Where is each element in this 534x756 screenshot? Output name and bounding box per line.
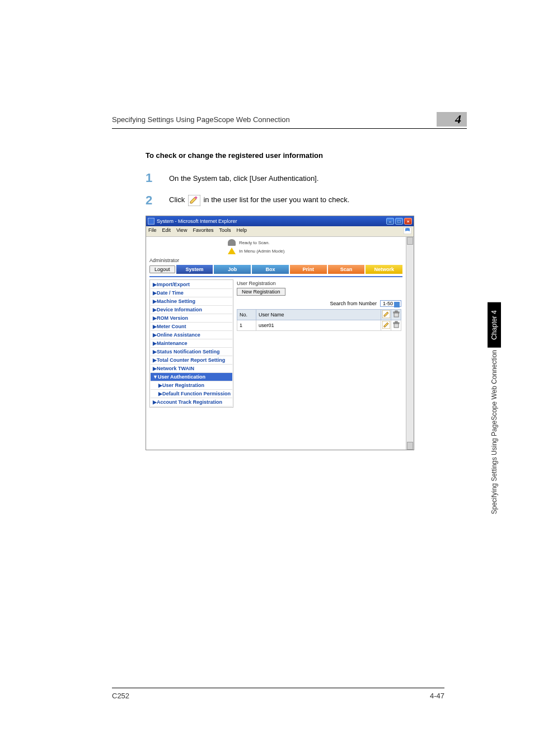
menu-tools[interactable]: Tools	[219, 227, 231, 235]
cell-no: 1	[237, 320, 256, 331]
sidebar-item-user-registration[interactable]: ▶User Registration	[151, 381, 232, 390]
sidebar-item-default-function-permission[interactable]: ▶Default Function Permission	[151, 390, 232, 398]
new-registration-button[interactable]: New Registration	[237, 288, 285, 296]
sidebar-item-status-notification[interactable]: ▶Status Notification Setting	[151, 348, 232, 356]
minimize-button[interactable]: –	[386, 218, 394, 225]
ie-flag-icon	[404, 227, 411, 235]
step-number-2: 2	[146, 193, 169, 208]
step-1-text: On the System tab, click [User Authentic…	[169, 174, 318, 183]
admin-label: Administrator	[149, 258, 402, 263]
step-number-1: 1	[146, 171, 169, 185]
footer-page-num: 4-47	[430, 692, 444, 700]
sidebar-item-rom-version[interactable]: ▶ROM Version	[151, 314, 232, 323]
sidebar-item-maintenance[interactable]: ▶Maintenance	[151, 339, 232, 348]
warning-icon	[228, 248, 236, 254]
edit-pencil-icon[interactable]	[382, 310, 390, 318]
tab-network[interactable]: Network	[366, 265, 402, 274]
footer-rule	[112, 688, 444, 688]
section-heading: To check or change the registered user i…	[146, 151, 467, 160]
menu-file[interactable]: File	[148, 227, 157, 235]
edit-pencil-icon[interactable]	[382, 321, 390, 329]
sidebar-item-online-assistance[interactable]: ▶Online Assistance	[151, 331, 232, 339]
browser-titlebar: System - Microsoft Internet Explorer – □…	[146, 216, 414, 226]
sidebar-item-import-export[interactable]: ▶Import/Export	[151, 281, 232, 289]
menu-view[interactable]: View	[176, 227, 187, 235]
user-registration-title: User Registration	[237, 281, 401, 286]
menu-edit[interactable]: Edit	[162, 227, 171, 235]
chapter-number: 4	[455, 112, 461, 127]
footer-model: C252	[112, 692, 129, 700]
side-tab-chapter: Chapter 4	[488, 302, 501, 348]
maximize-button[interactable]: □	[395, 218, 403, 225]
search-range-select[interactable]: 1-50	[380, 300, 401, 307]
running-header: Specifying Settings Using PageScope Web …	[112, 115, 437, 124]
cell-user-name: user01	[256, 320, 381, 331]
tab-job[interactable]: Job	[214, 265, 251, 274]
menu-help[interactable]: Help	[236, 227, 247, 235]
scrollbar[interactable]	[406, 237, 414, 450]
status-mode: In Menu (Admin Mode)	[239, 249, 284, 254]
svg-rect-6	[395, 311, 397, 312]
sidebar-item-total-counter-report[interactable]: ▶Total Counter Report Setting	[151, 356, 232, 365]
tab-system[interactable]: System	[176, 265, 213, 274]
status-ready: Ready to Scan.	[239, 240, 270, 245]
ie-app-icon	[148, 218, 154, 225]
user-table: No. User Name	[237, 309, 401, 331]
side-tab-title: Specifying Settings Using PageScope Web …	[488, 348, 501, 522]
trash-icon[interactable]	[392, 321, 400, 329]
svg-rect-10	[395, 321, 397, 323]
tab-scan[interactable]: Scan	[328, 265, 365, 274]
chapter-chip: 4	[437, 112, 467, 127]
sidebar-item-machine-setting[interactable]: ▶Machine Setting	[151, 297, 232, 306]
browser-menubar: File Edit View Favorites Tools Help	[146, 226, 414, 237]
sidebar-item-account-track-registration[interactable]: ▶Account Track Registration	[151, 398, 232, 407]
sidebar-item-meter-count[interactable]: ▶Meter Count	[151, 323, 232, 331]
search-from-number-label: Search from Number	[330, 301, 377, 306]
close-button[interactable]: ×	[404, 218, 412, 225]
printer-status-icon	[228, 239, 236, 246]
step-2-text: Click in the user list for the user you …	[169, 195, 349, 206]
tab-box[interactable]: Box	[252, 265, 289, 274]
tab-print[interactable]: Print	[290, 265, 327, 274]
menu-favorites[interactable]: Favorites	[193, 227, 213, 235]
col-no: No.	[237, 310, 256, 320]
browser-window-title: System - Microsoft Internet Explorer	[157, 218, 237, 224]
col-user-name: User Name	[256, 310, 381, 320]
embedded-screenshot: System - Microsoft Internet Explorer – □…	[146, 216, 414, 450]
sidebar-item-date-time[interactable]: ▶Date / Time	[151, 289, 232, 297]
header-rule	[112, 128, 467, 129]
sidebar-item-device-information[interactable]: ▶Device Information	[151, 306, 232, 314]
edit-pencil-icon	[188, 195, 200, 206]
sidebar: ▶Import/Export ▶Date / Time ▶Machine Set…	[149, 279, 233, 408]
sidebar-item-user-authentication[interactable]: ▼User Authentication	[151, 373, 232, 381]
logout-button[interactable]: Logout	[149, 265, 175, 273]
sidebar-item-network-twain[interactable]: ▶Network TWAIN	[151, 365, 232, 373]
table-row: 1 user01	[237, 320, 401, 331]
trash-icon[interactable]	[392, 310, 400, 318]
